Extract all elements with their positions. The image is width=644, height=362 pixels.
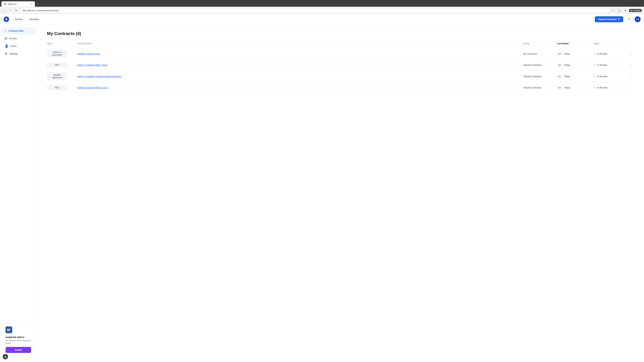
sidebar-label-users: Users bbox=[10, 45, 16, 47]
more-menu-button-3[interactable]: ⋮ bbox=[627, 74, 634, 79]
sort-icon: ↑ bbox=[569, 42, 570, 45]
new-tab-button[interactable]: + bbox=[36, 2, 40, 6]
active-tab[interactable]: 🐦 Robin AI ✕ bbox=[1, 1, 35, 7]
word-icon: W bbox=[6, 327, 31, 335]
sidebar-label-settings: Settings bbox=[10, 52, 18, 55]
contract-link-1[interactable]: Sample Contract.docx bbox=[77, 52, 100, 55]
stage-label-4: In Review bbox=[597, 86, 607, 89]
stage-label-2: In Review bbox=[597, 64, 607, 66]
address-bar[interactable]: app.robinai.co.uk/review/contract-hub bbox=[20, 8, 610, 13]
table-row: NDA Robin AI Sample NDA 2.docx Shared Co… bbox=[47, 83, 634, 93]
home-icon: ⌂ bbox=[5, 29, 6, 32]
group-cell-1: My Contracts bbox=[523, 52, 557, 55]
addin-title: Install the Add-in bbox=[6, 336, 31, 339]
help-icon: ? bbox=[628, 18, 630, 21]
sidebar-label-groups: Groups bbox=[9, 37, 17, 40]
stage-cell-3: ✏ In Review bbox=[594, 75, 627, 78]
forward-button[interactable]: → bbox=[8, 8, 13, 13]
table-row: Articles ofAssociation Sample Contract.d… bbox=[47, 48, 634, 60]
type-cell-2: NDA bbox=[47, 62, 77, 67]
addin-card: W Install the Add-in Get Reports within … bbox=[3, 324, 34, 356]
extensions-button[interactable]: ⬜ bbox=[616, 8, 622, 13]
review-button[interactable]: Review bbox=[12, 17, 26, 22]
edited-cell-3: LD Today bbox=[557, 74, 594, 79]
pencil-icon-3: ✏ bbox=[594, 75, 596, 78]
contract-name-cell-2: Robin AI Sample NDA 1.docx bbox=[77, 63, 523, 66]
sidebar: ⌂ Contract Hub ⊞ Groups 👤 Users ⚙ Settin… bbox=[0, 24, 37, 361]
edited-cell-2: LD Today bbox=[557, 62, 594, 68]
group-cell-3: Shared Contracts bbox=[523, 75, 557, 78]
sidebar-item-contract-hub[interactable]: ⌂ Contract Hub bbox=[1, 27, 36, 34]
stage-cell-4: ✏ In Review bbox=[594, 86, 627, 89]
stage-cell-2: ✏ In Review bbox=[594, 64, 627, 66]
type-badge-3: SupplierAgreement bbox=[47, 72, 67, 80]
install-addin-button[interactable]: Install bbox=[6, 347, 31, 353]
table-row: SupplierAgreement Robin AI Sample Suppli… bbox=[47, 70, 634, 83]
th-stage: Stage bbox=[594, 42, 627, 45]
contract-name-cell-4: Robin AI Sample NDA 2.docx bbox=[77, 86, 523, 89]
tab-close-button[interactable]: ✕ bbox=[30, 3, 32, 5]
contract-link-2[interactable]: Robin AI Sample NDA 1.docx bbox=[77, 64, 108, 66]
sidebar-item-groups[interactable]: ⊞ Groups bbox=[1, 35, 36, 42]
contract-name-cell-3: Robin AI Sample Supplier Agreement.docx bbox=[77, 75, 523, 78]
edited-cell-1: LD Today bbox=[557, 51, 594, 56]
stage-cell-1: ✏ In Review bbox=[594, 52, 627, 55]
more-menu-button-1[interactable]: ⋮ bbox=[627, 51, 634, 56]
group-cell-2: Shared Contracts bbox=[523, 64, 557, 66]
edited-date-2: Today bbox=[564, 64, 570, 66]
table-row: NDA Robin AI Sample NDA 1.docx Shared Co… bbox=[47, 60, 634, 70]
contract-link-4[interactable]: Robin AI Sample NDA 2.docx bbox=[77, 86, 108, 89]
refresh-button[interactable]: ↻ bbox=[14, 8, 18, 13]
user-avatar[interactable]: LD bbox=[634, 16, 641, 22]
back-button[interactable]: ← bbox=[2, 8, 7, 13]
type-cell-1: Articles ofAssociation bbox=[47, 50, 77, 57]
stage-label-3: In Review bbox=[597, 75, 607, 78]
browser-nav-bar: ← → ↻ app.robinai.co.uk/review/contract-… bbox=[0, 7, 644, 14]
tab-bar: 🐦 Robin AI ✕ + bbox=[0, 0, 644, 7]
help-button[interactable]: ? bbox=[626, 16, 632, 22]
page-title: My Contracts (4) bbox=[47, 31, 634, 36]
sidebar-item-users[interactable]: 👤 Users bbox=[1, 42, 36, 50]
app-logo bbox=[3, 16, 10, 22]
edited-date-3: Today bbox=[564, 75, 570, 78]
avatar-4: LD bbox=[557, 85, 562, 90]
app-header: Review Moodjoy Upload Contract ⬆ ? LD bbox=[0, 14, 644, 24]
svg-text:W: W bbox=[7, 328, 10, 332]
type-cell-4: NDA bbox=[47, 85, 77, 90]
edited-cell-4: LD Today bbox=[557, 85, 594, 90]
edited-date-1: Today bbox=[564, 52, 570, 55]
browser-chrome: 🐦 Robin AI ✕ + ← → ↻ app.robinai.co.uk/r… bbox=[0, 0, 644, 14]
svg-point-1 bbox=[6, 18, 7, 20]
addin-description: Get Reports within Microsoft Word! bbox=[6, 339, 31, 345]
app-container: Review Moodjoy Upload Contract ⬆ ? LD ⌂ … bbox=[0, 14, 644, 361]
edited-date-4: Today bbox=[564, 86, 570, 89]
group-cell-4: Shared Contracts bbox=[523, 86, 557, 89]
privacy-badge[interactable]: 🔒 bbox=[3, 354, 8, 359]
pencil-icon-4: ✏ bbox=[594, 86, 596, 89]
bookmark-button[interactable]: ☆ bbox=[611, 8, 615, 13]
company-name: Moodjoy bbox=[30, 18, 39, 21]
users-icon: 👤 bbox=[5, 44, 8, 48]
avatar-1: LD bbox=[557, 51, 562, 56]
more-menu-button-2[interactable]: ⋮ bbox=[627, 62, 634, 67]
type-badge-2: NDA bbox=[47, 62, 67, 67]
th-type: Type bbox=[47, 42, 77, 45]
upload-contract-button[interactable]: Upload Contract ⬆ bbox=[595, 16, 623, 22]
tab-favicon: 🐦 bbox=[4, 3, 7, 5]
upload-btn-label: Upload Contract bbox=[598, 18, 616, 21]
download-button[interactable]: ⬇ bbox=[623, 8, 628, 13]
pencil-icon-2: ✏ bbox=[594, 64, 596, 66]
incognito-badge: 🕵 Incognito bbox=[629, 9, 642, 12]
incognito-icon: 🕵 bbox=[630, 9, 632, 11]
more-menu-button-4[interactable]: ⋮ bbox=[627, 85, 634, 90]
settings-icon: ⚙ bbox=[5, 52, 8, 56]
th-group: Group bbox=[523, 42, 557, 45]
contract-link-3[interactable]: Robin AI Sample Supplier Agreement.docx bbox=[77, 75, 122, 78]
stage-label-1: In Review bbox=[597, 52, 607, 55]
th-last-edited[interactable]: Last Edited ↑ bbox=[557, 42, 594, 45]
nav-actions: ☆ ⬜ ⬇ 🕵 Incognito bbox=[611, 8, 642, 13]
incognito-label: Incognito bbox=[633, 9, 641, 11]
tab-title: Robin AI bbox=[8, 3, 16, 5]
sidebar-label-contract-hub: Contract Hub bbox=[8, 29, 24, 32]
sidebar-item-settings[interactable]: ⚙ Settings bbox=[1, 50, 36, 57]
